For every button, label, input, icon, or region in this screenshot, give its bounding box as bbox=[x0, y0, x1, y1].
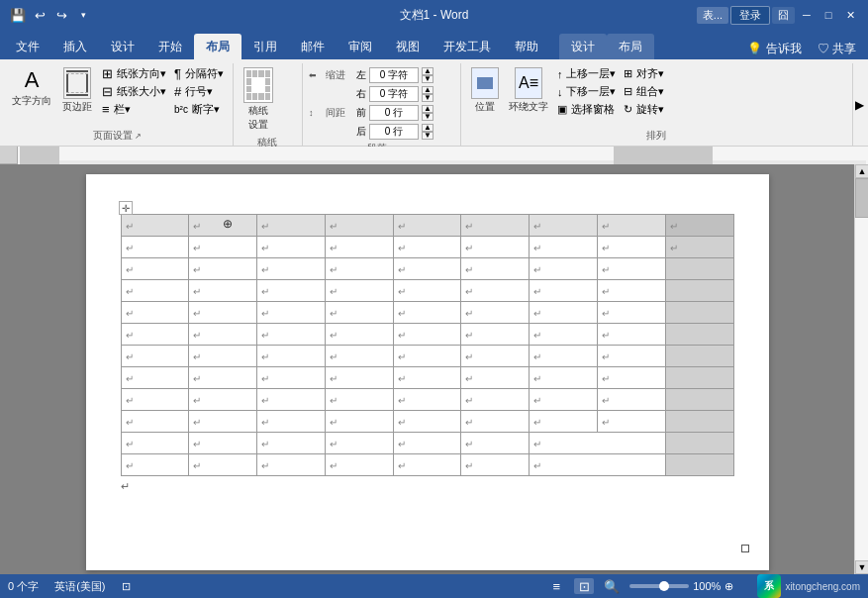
table-cell[interactable]: ↵ bbox=[597, 389, 665, 411]
table-cell[interactable]: ↵ bbox=[530, 324, 598, 346]
table-cell[interactable]: ↵ bbox=[461, 389, 530, 411]
indent-right-input[interactable] bbox=[369, 86, 419, 102]
tab-reference[interactable]: 引用 bbox=[241, 34, 289, 59]
window-icon[interactable]: 囧 bbox=[772, 7, 795, 24]
table-cell[interactable]: ↵ bbox=[461, 367, 530, 389]
customize-quick-access-icon[interactable]: ▾ bbox=[73, 5, 93, 25]
table-cell[interactable]: ↵ bbox=[257, 324, 326, 346]
table-cell[interactable]: ↵ bbox=[530, 346, 598, 367]
table-cell[interactable]: ↵⊕ bbox=[189, 215, 257, 237]
text-direction-button[interactable]: A 文字方向 bbox=[8, 65, 55, 110]
table-cell[interactable]: ↵ bbox=[121, 280, 189, 302]
table-cell[interactable] bbox=[665, 258, 733, 280]
table-cell[interactable]: ↵ bbox=[325, 454, 393, 476]
table-cell[interactable] bbox=[665, 280, 733, 302]
table-cell[interactable]: ↵ bbox=[189, 454, 257, 476]
tab-mail[interactable]: 邮件 bbox=[289, 34, 337, 59]
table-cell[interactable]: ↵ bbox=[530, 433, 666, 454]
table-cell[interactable]: ↵ bbox=[597, 367, 665, 389]
tab-review[interactable]: 审阅 bbox=[337, 34, 384, 59]
tab-file[interactable]: 文件 bbox=[4, 34, 51, 59]
columns-button[interactable]: ≡ 栏▾ bbox=[99, 101, 169, 118]
bring-forward-button[interactable]: ↑ 上移一层▾ bbox=[554, 65, 620, 82]
rotate-button[interactable]: ↻ 旋转▾ bbox=[621, 101, 667, 118]
table-cell[interactable]: ↵ bbox=[530, 215, 598, 237]
spacing-after-down[interactable]: ▼ bbox=[422, 132, 434, 140]
ribbon-scroll-right[interactable]: ▶ bbox=[852, 63, 866, 146]
login-button[interactable]: 登录 bbox=[730, 6, 770, 25]
table-cell[interactable]: ↵ bbox=[597, 215, 665, 237]
table-cell[interactable]: ↵ bbox=[121, 454, 189, 476]
maximize-button[interactable]: □ bbox=[819, 5, 838, 25]
table-cell[interactable]: ↵ bbox=[597, 346, 665, 367]
table-cell[interactable]: ↵ bbox=[121, 302, 189, 324]
table-cell[interactable]: ↵ bbox=[530, 280, 598, 302]
table-cell[interactable]: ↵ bbox=[530, 258, 598, 280]
language-indicator[interactable]: 英语(美国) bbox=[54, 579, 105, 594]
table-cell[interactable]: ↵ bbox=[257, 346, 326, 367]
table-cell[interactable]: ↵ bbox=[325, 367, 393, 389]
table-cell[interactable] bbox=[665, 346, 733, 367]
table-cell[interactable]: ↵ bbox=[257, 433, 326, 454]
table-cell[interactable]: ↵ bbox=[189, 433, 257, 454]
table-cell[interactable]: ↵ bbox=[325, 433, 393, 454]
table-cell[interactable]: ↵ bbox=[257, 367, 326, 389]
zoom-slider[interactable] bbox=[629, 584, 689, 588]
table-cell[interactable]: ↵ bbox=[461, 258, 530, 280]
indent-left-down[interactable]: ▼ bbox=[422, 75, 434, 83]
table-cell[interactable]: ↵ bbox=[461, 454, 530, 476]
spacing-before-input[interactable] bbox=[369, 105, 419, 121]
table-cell[interactable]: ↵ bbox=[189, 411, 257, 433]
table-cell[interactable]: ↵ bbox=[257, 215, 326, 237]
print-view-button[interactable]: ⊡ bbox=[574, 578, 594, 594]
table-cell[interactable]: ↵ bbox=[257, 389, 326, 411]
table-cell[interactable]: ↵ bbox=[189, 324, 257, 346]
table-cell[interactable]: ↵ bbox=[597, 237, 665, 258]
send-backward-button[interactable]: ↓ 下移一层▾ bbox=[554, 83, 620, 100]
table-cell[interactable]: ↵ bbox=[461, 433, 530, 454]
spacing-before-down[interactable]: ▼ bbox=[422, 113, 434, 121]
line-number-button[interactable]: # 行号▾ bbox=[171, 83, 227, 100]
tab-table-layout[interactable]: 布局 bbox=[607, 34, 654, 59]
table-cell[interactable]: ↵ bbox=[189, 346, 257, 367]
tab-help[interactable]: 帮助 bbox=[503, 34, 550, 59]
table-cell[interactable]: ↵ bbox=[597, 280, 665, 302]
table-cell[interactable]: ↵ bbox=[530, 237, 598, 258]
table-cell[interactable] bbox=[665, 367, 733, 389]
save-icon[interactable]: 💾 bbox=[8, 5, 28, 25]
indent-left-input[interactable] bbox=[369, 67, 419, 83]
table-cell[interactable]: ↵ bbox=[121, 237, 189, 258]
table-cell[interactable]: ↵ bbox=[257, 411, 326, 433]
tab-layout[interactable]: 布局 bbox=[194, 34, 241, 59]
table-cell[interactable]: ↵ bbox=[325, 324, 393, 346]
draft-settings-button[interactable]: 稿纸设置 bbox=[240, 65, 277, 134]
table-resize-handle[interactable] bbox=[741, 545, 749, 552]
table-cell[interactable]: ↵ bbox=[393, 346, 461, 367]
table-cell[interactable]: ↵ bbox=[393, 367, 461, 389]
table-cell[interactable]: ↵ bbox=[393, 215, 461, 237]
table-cell[interactable]: ↵ bbox=[393, 411, 461, 433]
wrap-text-button[interactable]: A≡ 环绕文字 bbox=[505, 65, 552, 116]
table-cell[interactable]: ↵ bbox=[121, 389, 189, 411]
table-cell[interactable]: ↵ bbox=[530, 411, 598, 433]
redo-icon[interactable]: ↪ bbox=[51, 5, 71, 25]
tab-insert[interactable]: 插入 bbox=[51, 34, 99, 59]
table-cell[interactable] bbox=[665, 433, 733, 454]
table-cell[interactable]: ↵ bbox=[325, 411, 393, 433]
table-cell[interactable]: ↵ bbox=[530, 302, 598, 324]
table-cell[interactable]: ↵ bbox=[325, 215, 393, 237]
close-button[interactable]: ✕ bbox=[840, 5, 860, 25]
table-cell[interactable]: ↵ bbox=[257, 302, 326, 324]
table-cell[interactable]: ↵ bbox=[461, 237, 530, 258]
table-cell[interactable]: ↵ bbox=[121, 346, 189, 367]
spacing-after-input[interactable] bbox=[369, 124, 419, 140]
table-cell[interactable]: ↵ bbox=[597, 258, 665, 280]
hyphenation-button[interactable]: b²c 断字▾ bbox=[171, 101, 227, 118]
table-cell[interactable]: ↵ bbox=[189, 302, 257, 324]
table-cell[interactable]: ↵ bbox=[461, 411, 530, 433]
table-cell[interactable]: ↵ bbox=[121, 258, 189, 280]
table-cell[interactable]: ↵ bbox=[189, 389, 257, 411]
table-cell[interactable] bbox=[665, 324, 733, 346]
table-cell[interactable]: ↵ bbox=[121, 411, 189, 433]
table-cell[interactable]: ↵ bbox=[461, 215, 530, 237]
